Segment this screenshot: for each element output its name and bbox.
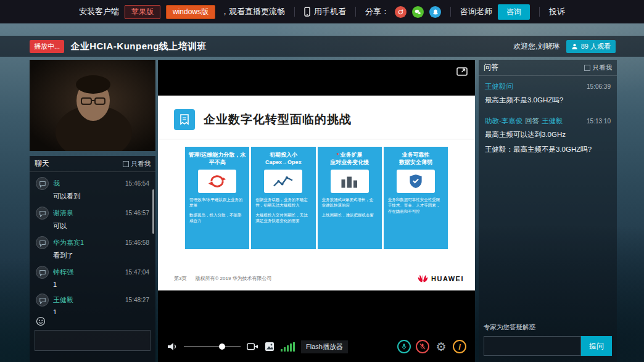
viewers-count-label: 89 人观看 xyxy=(581,42,611,51)
qa-header: 问答 只看我 xyxy=(479,60,617,76)
viewers-person-icon xyxy=(571,43,578,50)
chat-message: 我 15:46:54 可以看到 xyxy=(36,177,149,201)
card-body-line: 大规模投入交付周期长，无法满足业务快速变化的需要 xyxy=(255,212,311,224)
qa-list: 王健毅问 15:06:39 最高主频不是3.0GHZ吗? 助教-李嘉俊 回答 王… xyxy=(479,76,617,172)
viewers-badge: 89 人观看 xyxy=(566,40,616,53)
watch-on-mobile-link[interactable]: 用手机看 xyxy=(314,6,346,17)
course-title: 企业HCIA-Kunpeng线上培训班 xyxy=(70,41,207,52)
chat-avatar xyxy=(36,294,49,306)
huawei-logo: HUAWEI xyxy=(418,274,464,283)
fullscreen-expand-icon[interactable] xyxy=(456,66,468,78)
chat-only-me-label: 只看我 xyxy=(131,160,151,168)
buildings-icon xyxy=(331,170,369,193)
slide-card-management: 管理/运维能力分散，水平不高 管理效率/水平难以跟上业务的发展 数据孤岛，投入分… xyxy=(185,147,249,249)
player-controls: Flash播放器 ⚙ i xyxy=(167,340,466,353)
ask-question-button[interactable]: 提问 xyxy=(581,336,612,356)
chat-username: 钟梓强 xyxy=(53,268,73,277)
qa-question-input[interactable] xyxy=(484,336,581,356)
network-signal-bars-icon xyxy=(281,342,295,352)
qa-panel: 问答 只看我 王健毅问 15:06:39 最高主频不是3.0GHZ吗? 助教-李… xyxy=(479,60,617,362)
consult-button[interactable]: 咨询 xyxy=(498,4,530,20)
qa-username: 王健毅问 xyxy=(485,82,513,91)
settings-gear-icon[interactable]: ⚙ xyxy=(434,340,448,353)
card-body-line: 业务浪涌式or爆发式增长，企业难以快速响应 xyxy=(322,197,378,208)
chat-avatar xyxy=(36,207,49,220)
circular-arrows-icon xyxy=(198,170,236,193)
chat-message: 钟梓强 15:47:04 1 xyxy=(36,266,149,288)
smoother-watch-label: ，观看直播更流畅 xyxy=(221,6,285,17)
chat-message-text: 看到了 xyxy=(53,251,149,260)
slide-copyright: 版权所有© 2019 华为技术有限公司 xyxy=(195,275,271,282)
complaint-link[interactable]: 投诉 xyxy=(549,6,565,17)
flash-player-toggle[interactable]: Flash播放器 xyxy=(301,340,348,353)
qa-timestamp: 15:06:39 xyxy=(587,83,611,90)
chat-message-text: 1 xyxy=(53,281,149,288)
chat-message-list: 我 15:46:54 可以看到 谢清泉 15:46:57 可以 华为嘉宾1 15… xyxy=(30,172,155,314)
info-icon[interactable]: i xyxy=(453,340,466,353)
chat-timestamp: 15:48:27 xyxy=(125,297,149,303)
slide-card-capex: 初期投入小 Capex→Opex 创新业务话题，业务的不确定性，初期无法大规模投… xyxy=(251,147,315,249)
checkbox-icon[interactable] xyxy=(584,65,590,71)
apple-version-button[interactable]: 苹果版 xyxy=(125,5,160,19)
chat-username: 我 xyxy=(53,179,60,188)
chat-message: 华为嘉宾1 15:46:58 看到了 xyxy=(36,236,149,260)
emoji-smiley-icon[interactable] xyxy=(36,316,46,326)
topbar: 安装客户端 苹果版 windows版 ，观看直播更流畅 用手机看 分享： 咨询老… xyxy=(0,0,644,23)
windows-version-button[interactable]: windows版 xyxy=(166,5,215,19)
wechat-share-icon[interactable] xyxy=(412,6,424,18)
weibo-share-icon[interactable] xyxy=(395,6,407,18)
chat-timestamp: 15:47:04 xyxy=(125,269,149,276)
card-body-line: 上线周期长，难以把握机会窗 xyxy=(322,212,378,218)
titlebar: 播放中... 企业HCIA-Kunpeng线上培训班 欢迎您,刘晓琳 89 人观… xyxy=(0,36,644,57)
chat-input[interactable] xyxy=(35,330,151,351)
line-chart-icon xyxy=(264,170,302,193)
qa-question-text: 最高主频不是3.0GHZ吗? xyxy=(485,94,611,105)
slide-card-expansion: *业务扩展 应对业务变化慢 业务浪涌式or爆发式增长，企业难以快速响应 上线周期… xyxy=(318,147,382,249)
checkbox-icon[interactable] xyxy=(123,161,129,167)
microphone-icon[interactable] xyxy=(397,340,411,353)
speech-bubble-icon xyxy=(39,269,46,276)
chat-title: 聊天 xyxy=(35,158,49,169)
card-subheading: 数据安全薄弱 xyxy=(386,159,445,167)
red-spark-icon: * xyxy=(337,152,339,158)
slide-divider xyxy=(158,139,475,139)
camera-icon[interactable] xyxy=(247,342,258,351)
huawei-petal-icon xyxy=(418,274,428,283)
consult-teacher-label: 咨询老师 xyxy=(460,6,492,17)
qa-answer-action: 回答 xyxy=(525,117,539,126)
volume-speaker-icon[interactable] xyxy=(167,342,178,352)
chat-avatar xyxy=(36,177,49,190)
topbar-divider xyxy=(294,7,295,17)
slide-card-reliability: 业务可靠性 数据安全薄弱 业务和数据可靠性安全性受限于技术、资金、人才等因素，存… xyxy=(384,147,448,249)
qa-question-item: 王健毅问 15:06:39 最高主频不是3.0GHZ吗? xyxy=(485,82,611,105)
live-classroom-page: 安装客户端 苹果版 windows版 ，观看直播更流畅 用手机看 分享： 咨询老… xyxy=(0,0,644,362)
mobile-phone-icon xyxy=(304,7,310,17)
volume-slider[interactable] xyxy=(184,346,241,347)
slide-title: 企业数字化转型面临的挑战 xyxy=(204,112,352,128)
chat-message-text: 可以看到 xyxy=(53,192,149,201)
presenter-silhouette xyxy=(30,60,155,151)
screenshot-picture-icon[interactable] xyxy=(265,342,275,352)
chat-scrollbar[interactable] xyxy=(152,189,154,234)
chat-avatar xyxy=(36,266,49,279)
install-client-label: 安装客户端 xyxy=(79,6,119,17)
card-subheading: Capex→Opex xyxy=(254,159,313,167)
qq-share-icon[interactable] xyxy=(429,6,441,18)
slide-footer: 第3页 版权所有© 2019 华为技术有限公司 HUAWEI xyxy=(174,274,464,283)
card-subheading: 应对业务变化慢 xyxy=(320,159,379,167)
qa-answer-line: 王健毅：最高主频不是3.0GHZ吗? xyxy=(485,144,611,155)
card-body-line: 管理效率/水平难以跟上业务的发展 xyxy=(189,197,245,208)
microphone-off-icon[interactable] xyxy=(416,340,429,353)
qa-ask-area: 专家为您答疑解惑 提问 xyxy=(484,323,612,356)
volume-slider-thumb[interactable] xyxy=(219,343,225,350)
huawei-brand-text: HUAWEI xyxy=(431,275,464,282)
qa-title: 问答 xyxy=(484,62,498,73)
qa-only-me-checkbox[interactable]: 只看我 xyxy=(584,64,613,72)
topbar-divider xyxy=(355,7,356,17)
chat-avatar xyxy=(36,236,49,249)
welcome-text: 欢迎您,刘晓琳 xyxy=(513,41,559,52)
chat-timestamp: 15:46:57 xyxy=(125,210,149,216)
chat-message-text: 1 xyxy=(53,308,149,314)
chat-timestamp: 15:46:58 xyxy=(125,239,149,246)
chat-only-me-checkbox[interactable]: 只看我 xyxy=(123,160,151,168)
